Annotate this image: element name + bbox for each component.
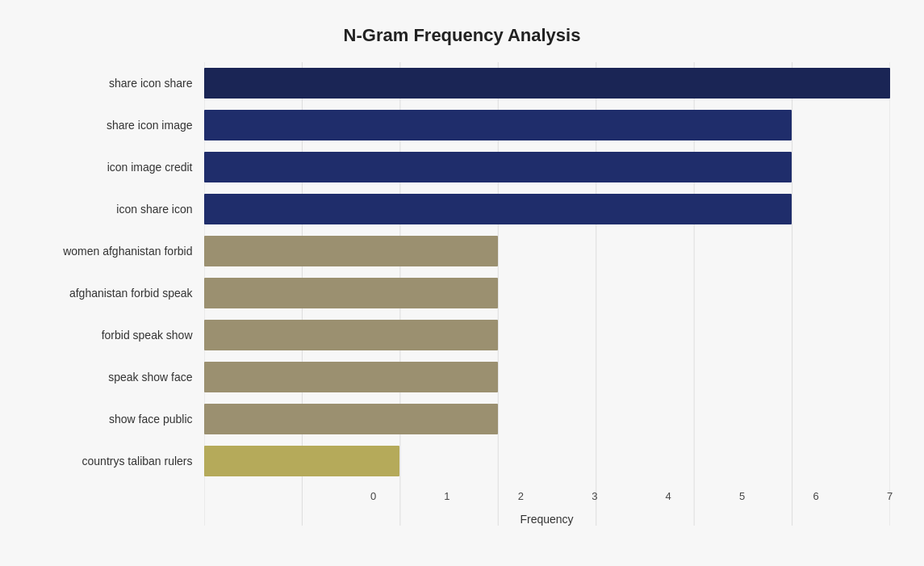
bar-track: [204, 68, 890, 99]
bar-fill: [204, 446, 400, 476]
bar-label: women afghanistan forbid: [35, 245, 204, 258]
bar-fill: [204, 152, 792, 182]
bar-row: icon share icon: [35, 188, 890, 230]
bar-fill: [204, 320, 498, 350]
bar-label: show face public: [35, 413, 204, 426]
bar-track: [204, 446, 890, 476]
bar-label: share icon image: [35, 119, 204, 132]
chart-area: share icon shareshare icon imageicon ima…: [35, 62, 890, 482]
x-tick: 6: [813, 490, 818, 502]
bar-label: speak show face: [35, 371, 204, 384]
bar-label: icon share icon: [35, 203, 204, 216]
bar-row: afghanistan forbid speak: [35, 272, 890, 314]
bar-track: [204, 278, 890, 308]
bar-track: [204, 194, 890, 224]
chart-container: N-Gram Frequency Analysis share icon sha…: [19, 9, 906, 558]
x-axis-labels: 01234567: [374, 487, 890, 511]
bar-row: icon image credit: [35, 146, 890, 188]
x-tick: 7: [887, 490, 893, 502]
bar-row: share icon share: [35, 62, 890, 104]
bar-row: speak show face: [35, 356, 890, 398]
bar-fill: [204, 194, 792, 224]
bar-row: countrys taliban rulers: [35, 440, 890, 482]
x-axis-area: 01234567: [35, 487, 890, 511]
bar-label: afghanistan forbid speak: [35, 287, 204, 300]
bar-label: share icon share: [35, 77, 204, 90]
bar-track: [204, 110, 890, 140]
chart-title: N-Gram Frequency Analysis: [35, 25, 890, 46]
bar-label: countrys taliban rulers: [35, 455, 204, 467]
bar-row: share icon image: [35, 104, 890, 146]
x-axis-title: Frequency: [204, 513, 890, 526]
x-tick: 0: [370, 490, 376, 502]
bar-fill: [204, 362, 498, 392]
bar-track: [204, 362, 890, 392]
bar-fill: [204, 110, 792, 140]
x-tick: 3: [592, 490, 597, 502]
bar-label: forbid speak show: [35, 329, 204, 342]
bar-row: show face public: [35, 398, 890, 440]
bar-track: [204, 320, 890, 350]
x-tick: 1: [444, 490, 449, 502]
x-tick: 4: [666, 490, 671, 502]
x-tick: 5: [739, 490, 745, 502]
bar-row: women afghanistan forbid: [35, 230, 890, 272]
bar-fill: [204, 68, 890, 99]
bar-row: forbid speak show: [35, 314, 890, 356]
bar-track: [204, 152, 890, 182]
bar-fill: [204, 404, 498, 434]
x-tick: 2: [518, 490, 524, 502]
bar-track: [204, 404, 890, 434]
bar-fill: [204, 278, 498, 308]
bar-fill: [204, 236, 498, 266]
bar-label: icon image credit: [35, 161, 204, 174]
bar-track: [204, 236, 890, 266]
